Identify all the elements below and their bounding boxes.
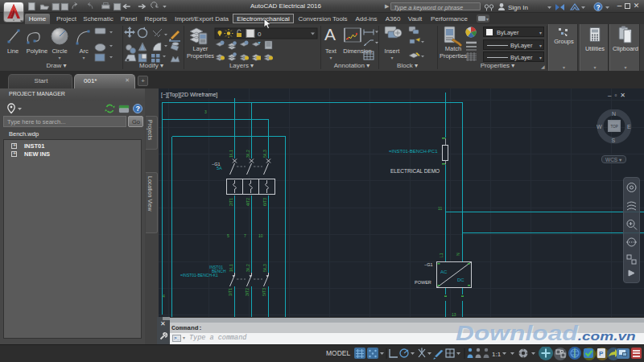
svg-text:=INST01-BENCH-PC1: =INST01-BENCH-PC1 bbox=[389, 149, 438, 154]
svg-text:1:1: 1:1 bbox=[492, 351, 502, 358]
svg-text:4/T2: 4/T2 bbox=[246, 198, 250, 206]
svg-text:[−][Top][2D Wireframe]: [−][Top][2D Wireframe] bbox=[161, 92, 217, 98]
svg-text:7: 7 bbox=[244, 233, 246, 238]
svg-text:=INST01-BENCH-K1: =INST01-BENCH-K1 bbox=[180, 273, 218, 278]
svg-text:N: N bbox=[456, 253, 460, 256]
svg-text:1/T1: 1/T1 bbox=[228, 288, 233, 296]
svg-text:−G1: −G1 bbox=[424, 262, 433, 267]
svg-text:ELECTRICAL DEMO: ELECTRICAL DEMO bbox=[390, 168, 440, 174]
svg-text:5/L3: 5/L3 bbox=[262, 264, 267, 272]
svg-text:1/L1: 1/L1 bbox=[229, 150, 233, 158]
svg-text:3/T2: 3/T2 bbox=[245, 288, 250, 296]
svg-text:W: W bbox=[597, 124, 602, 130]
svg-text:2/T1: 2/T1 bbox=[229, 198, 233, 206]
svg-text:?: ? bbox=[136, 105, 141, 113]
svg-text:E: E bbox=[627, 124, 631, 130]
svg-text:3/L2: 3/L2 bbox=[246, 150, 250, 158]
svg-text:5/T3: 5/T3 bbox=[262, 288, 266, 296]
svg-text:POWER: POWER bbox=[415, 280, 431, 285]
svg-text:4: 4 bbox=[163, 294, 165, 298]
svg-text:AC: AC bbox=[440, 269, 448, 274]
svg-text:1/L1: 1/L1 bbox=[229, 264, 233, 272]
svg-text:DC: DC bbox=[457, 278, 464, 282]
svg-text:S: S bbox=[612, 138, 616, 143]
svg-text:TOP: TOP bbox=[611, 125, 618, 129]
svg-text:?: ? bbox=[596, 3, 600, 11]
svg-text:3/L2: 3/L2 bbox=[246, 264, 250, 272]
svg-text:N: N bbox=[612, 111, 616, 117]
svg-text:0: 0 bbox=[258, 31, 262, 38]
svg-text:6/T3: 6/T3 bbox=[262, 198, 267, 206]
svg-text:3: 3 bbox=[204, 109, 207, 114]
svg-text:5/L3: 5/L3 bbox=[262, 150, 267, 158]
svg-text:L1: L1 bbox=[439, 253, 444, 257]
svg-text:10: 10 bbox=[258, 233, 263, 238]
svg-text:5: 5 bbox=[227, 233, 229, 238]
svg-text:11: 11 bbox=[438, 206, 442, 211]
svg-text:−G1: −G1 bbox=[212, 162, 221, 167]
svg-text:P: P bbox=[599, 350, 604, 357]
